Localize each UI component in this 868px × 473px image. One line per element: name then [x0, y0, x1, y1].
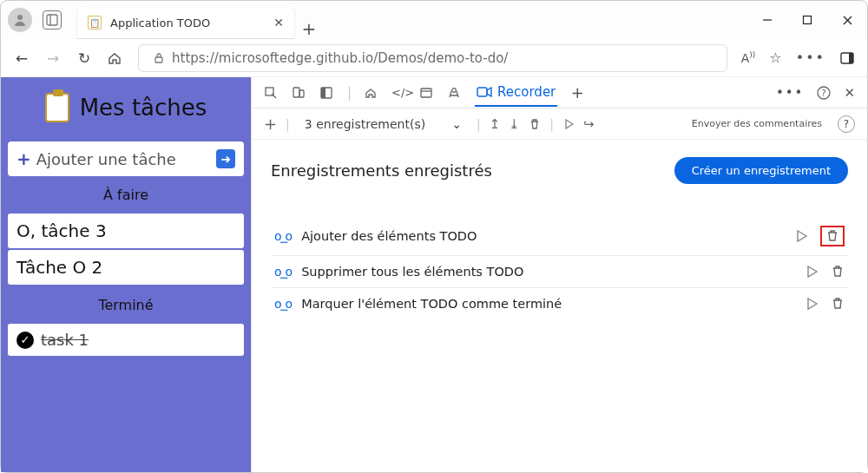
play-recording-icon[interactable] — [805, 297, 819, 311]
elements-tab-icon[interactable]: </> — [391, 86, 407, 99]
recording-name: Supprimer tous les éléments TODO — [301, 265, 523, 279]
workspaces-icon[interactable] — [43, 10, 62, 30]
welcome-tab-icon[interactable] — [364, 86, 379, 100]
recording-row[interactable]: o⎯oSupprimer tous les éléments TODO — [271, 256, 848, 288]
app-title: Mes tâches — [8, 86, 244, 135]
svg-rect-14 — [321, 88, 326, 98]
replay-icon[interactable] — [562, 118, 575, 130]
home-button[interactable] — [107, 50, 124, 66]
svg-rect-11 — [293, 88, 299, 97]
toolbar-help-icon[interactable]: ? — [838, 115, 855, 133]
recordings-list: o⎯oAjouter des éléments TODOo⎯oSupprimer… — [271, 217, 848, 319]
play-recording-icon[interactable] — [794, 229, 808, 243]
devtools-tab-bar: | </> Recorder + ••• ? ✕ — [252, 77, 867, 108]
svg-rect-12 — [299, 90, 304, 97]
address-bar[interactable]: https://microsoftedge.github.io/Demos/de… — [138, 44, 727, 72]
svg-point-0 — [17, 15, 23, 20]
active-tab[interactable]: 📋 Application TODO ✕ — [77, 6, 294, 39]
new-tab-button[interactable]: + — [294, 18, 324, 39]
task-item[interactable]: O, tâche 3 — [8, 214, 244, 248]
minimize-button[interactable] — [747, 1, 787, 39]
new-recording-button[interactable]: + — [264, 115, 277, 133]
svg-rect-9 — [849, 53, 853, 63]
svg-text:?: ? — [822, 88, 826, 97]
back-button[interactable]: ← — [13, 49, 30, 67]
site-info-icon[interactable] — [153, 52, 165, 64]
svg-rect-7 — [155, 57, 162, 62]
check-icon: ✓ — [16, 332, 34, 349]
refresh-button[interactable]: ↻ — [76, 49, 93, 67]
window-controls — [747, 1, 867, 39]
forward-button: → — [44, 49, 62, 67]
dock-icon[interactable] — [319, 86, 335, 100]
chevron-down-icon: ⌄ — [451, 117, 462, 131]
recording-name: Ajouter des éléments TODO — [301, 229, 477, 243]
recording-row[interactable]: o⎯oMarquer l'élément TODO comme terminé — [271, 288, 848, 319]
recordings-count: 3 enregistrement(s) — [305, 117, 425, 131]
tab-title: Application TODO — [110, 16, 210, 30]
more-tabs-button[interactable]: + — [569, 83, 585, 102]
add-task-placeholder: Ajouter une tâche — [36, 150, 176, 168]
devtools-close-icon[interactable]: ✕ — [844, 85, 855, 101]
title-bar: 📋 Application TODO ✕ + — [1, 1, 867, 39]
svg-rect-18 — [477, 88, 487, 96]
create-recording-button[interactable]: Créer un enregistrement — [674, 157, 848, 184]
maximize-button[interactable] — [787, 1, 827, 39]
svg-rect-4 — [804, 16, 812, 24]
recordings-dropdown[interactable]: 3 enregistrement(s) ⌄ — [299, 115, 468, 134]
recordings-headline: Enregistrements enregistrés — [271, 161, 492, 180]
tab-close-icon[interactable]: ✕ — [273, 16, 284, 30]
browser-window: 📋 Application TODO ✕ + ← → ↻ https://mic… — [0, 0, 868, 473]
url-text: https://microsoftedge.github.io/Demos/de… — [172, 50, 508, 66]
recorder-tab[interactable]: Recorder — [475, 79, 557, 107]
plus-icon: + — [16, 148, 31, 169]
feedback-link[interactable]: Envoyer des commentaires — [692, 118, 822, 129]
delete-icon[interactable] — [529, 118, 541, 130]
flow-icon: o⎯o — [274, 265, 291, 279]
section-todo-header: À faire — [8, 183, 244, 207]
delete-recording-icon[interactable] — [831, 265, 845, 279]
sidebar-toggle-icon[interactable] — [839, 50, 855, 66]
more-icon[interactable]: ••• — [796, 49, 825, 66]
inspect-icon[interactable] — [264, 86, 279, 100]
submit-task-button[interactable]: ➜ — [216, 149, 235, 168]
window-close-button[interactable] — [827, 1, 867, 39]
clipboard-favicon-icon: 📋 — [88, 16, 102, 30]
export-icon[interactable]: ↥ — [490, 116, 501, 132]
console-tab-icon[interactable] — [419, 86, 435, 100]
devtools-panel: | </> Recorder + ••• ? ✕ + | — [251, 77, 867, 472]
delete-recording-icon[interactable] — [820, 226, 845, 246]
svg-point-17 — [452, 88, 457, 92]
add-task-input[interactable]: + Ajouter une tâche ➜ — [8, 141, 244, 176]
toolbar: ← → ↻ https://microsoftedge.github.io/De… — [1, 39, 867, 77]
svg-rect-1 — [47, 15, 57, 25]
flow-icon: o⎯o — [274, 297, 291, 311]
section-done-header: Terminé — [8, 293, 244, 317]
device-icon[interactable] — [292, 86, 307, 100]
recorder-body: Enregistrements enregistrés Créer un enr… — [252, 140, 867, 472]
read-aloud-icon[interactable]: A)) — [741, 50, 756, 65]
delete-recording-icon[interactable] — [831, 297, 845, 311]
task-item[interactable]: Tâche O 2 — [8, 250, 244, 285]
flow-icon: o⎯o — [274, 229, 291, 243]
devtools-help-icon[interactable]: ? — [816, 85, 832, 101]
app-title-text: Mes tâches — [80, 95, 207, 121]
svg-rect-15 — [421, 89, 431, 97]
step-icon[interactable]: ↪ — [583, 116, 595, 132]
sources-tab-icon[interactable] — [447, 86, 463, 100]
task-item-done[interactable]: ✓task 1 — [8, 324, 244, 356]
recorder-tab-label: Recorder — [497, 84, 556, 100]
todo-app: Mes tâches + Ajouter une tâche ➜ À faire… — [1, 77, 251, 472]
recording-row[interactable]: o⎯oAjouter des éléments TODO — [271, 217, 848, 256]
task-label: task 1 — [41, 331, 89, 349]
favorite-icon[interactable]: ☆ — [769, 49, 781, 66]
tab-strip: 📋 Application TODO ✕ + — [69, 1, 747, 39]
recording-name: Marquer l'élément TODO comme terminé — [301, 297, 562, 311]
devtools-more-icon[interactable]: ••• — [776, 85, 805, 101]
profile-icon[interactable] — [8, 8, 32, 32]
recorder-toolbar: + | 3 enregistrement(s) ⌄ | ↥ ⤓ | ↪ Envo… — [252, 108, 867, 140]
play-recording-icon[interactable] — [805, 265, 819, 279]
import-icon[interactable]: ⤓ — [509, 116, 520, 132]
clipboard-icon — [45, 93, 69, 122]
